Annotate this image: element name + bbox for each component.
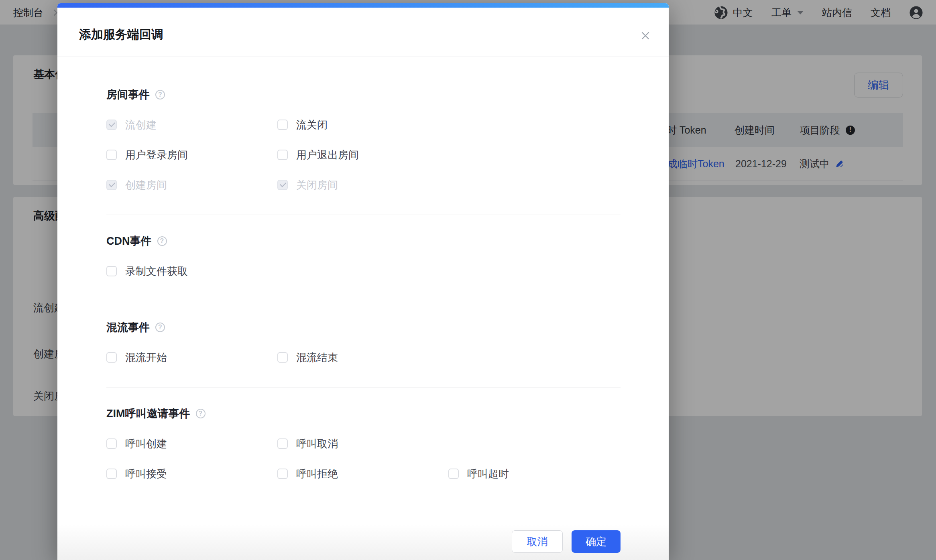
- checkbox-row: 录制文件获取: [106, 263, 621, 279]
- checkbox-row: 呼叫接受呼叫拒绝呼叫超时: [106, 466, 621, 482]
- checkbox-item: 用户退出房间: [277, 147, 448, 163]
- checkbox-label[interactable]: 呼叫拒绝: [296, 467, 338, 481]
- callback-section: CDN事件?录制文件获取: [106, 215, 621, 301]
- checkbox-unchecked[interactable]: [448, 469, 459, 479]
- section-title-label: 混流事件: [106, 320, 150, 335]
- checkbox-label[interactable]: 呼叫接受: [125, 467, 167, 481]
- callback-section: 房间事件?流创建流关闭用户登录房间用户退出房间创建房间关闭房间: [106, 57, 621, 215]
- checkbox-unchecked[interactable]: [277, 120, 288, 130]
- checkbox-item: 混流开始: [106, 349, 277, 365]
- checkbox-unchecked[interactable]: [277, 438, 288, 449]
- checkbox-item: 呼叫创建: [106, 436, 277, 452]
- close-icon[interactable]: [638, 28, 653, 43]
- checkbox-label[interactable]: 呼叫超时: [467, 467, 509, 481]
- checkbox-label[interactable]: 关闭房间: [296, 178, 338, 192]
- checkbox-item: 呼叫取消: [277, 436, 448, 452]
- checkbox-label[interactable]: 用户退出房间: [296, 148, 359, 162]
- add-server-callback-modal: 添加服务端回调 房间事件?流创建流关闭用户登录房间用户退出房间创建房间关闭房间C…: [57, 3, 669, 560]
- section-title: ZIM呼叫邀请事件?: [106, 406, 621, 422]
- section-title: 房间事件?: [106, 87, 621, 103]
- help-icon[interactable]: ?: [155, 323, 165, 332]
- checkbox-row: 混流开始混流结束: [106, 349, 621, 365]
- section-title-label: ZIM呼叫邀请事件: [106, 406, 190, 421]
- checkbox-row: 呼叫创建呼叫取消: [106, 436, 621, 452]
- checkbox-item: 呼叫超时: [448, 466, 619, 482]
- checkbox-row: 用户登录房间用户退出房间: [106, 147, 621, 163]
- checkbox-unchecked[interactable]: [106, 266, 117, 276]
- checkbox-label[interactable]: 呼叫创建: [125, 437, 167, 451]
- checkbox-unchecked[interactable]: [106, 438, 117, 449]
- callback-section: ZIM呼叫邀请事件?呼叫创建呼叫取消呼叫接受呼叫拒绝呼叫超时: [106, 388, 621, 503]
- checkbox-unchecked[interactable]: [277, 469, 288, 479]
- help-icon[interactable]: ?: [196, 409, 206, 418]
- confirm-button[interactable]: 确定: [572, 530, 621, 553]
- checkbox-item: 关闭房间: [277, 177, 448, 193]
- checkbox-checked-disabled[interactable]: [277, 180, 288, 190]
- help-icon[interactable]: ?: [155, 90, 165, 99]
- checkbox-unchecked[interactable]: [106, 150, 117, 160]
- checkbox-item: 呼叫拒绝: [277, 466, 448, 482]
- checkbox-item: 混流结束: [277, 349, 448, 365]
- checkbox-unchecked[interactable]: [277, 150, 288, 160]
- section-title-label: CDN事件: [106, 234, 152, 248]
- checkbox-item: 用户登录房间: [106, 147, 277, 163]
- section-title-label: 房间事件: [106, 87, 150, 102]
- checkbox-item: 创建房间: [106, 177, 277, 193]
- checkbox-checked-disabled[interactable]: [106, 180, 117, 190]
- checkbox-label[interactable]: 流创建: [125, 118, 157, 132]
- checkbox-label[interactable]: 用户登录房间: [125, 148, 188, 162]
- checkbox-unchecked[interactable]: [106, 469, 117, 479]
- checkbox-item: 流关闭: [277, 117, 448, 133]
- checkbox-label[interactable]: 录制文件获取: [125, 264, 188, 278]
- cancel-button[interactable]: 取消: [512, 530, 563, 553]
- checkbox-label[interactable]: 混流结束: [296, 351, 338, 365]
- callback-section: 混流事件?混流开始混流结束: [106, 301, 621, 388]
- checkbox-unchecked[interactable]: [106, 352, 117, 363]
- checkbox-checked-disabled[interactable]: [106, 120, 117, 130]
- modal-body: 房间事件?流创建流关闭用户登录房间用户退出房间创建房间关闭房间CDN事件?录制文…: [106, 57, 621, 503]
- checkbox-row: 流创建流关闭: [106, 117, 621, 133]
- checkbox-unchecked[interactable]: [277, 352, 288, 363]
- checkbox-item: 录制文件获取: [106, 263, 277, 279]
- checkbox-label[interactable]: 呼叫取消: [296, 437, 338, 451]
- modal-top-gradient: [57, 3, 669, 8]
- checkbox-row: 创建房间关闭房间: [106, 177, 621, 193]
- checkbox-item: 流创建: [106, 117, 277, 133]
- modal-footer: 取消 确定: [57, 530, 669, 553]
- checkbox-label[interactable]: 混流开始: [125, 351, 167, 365]
- modal-title: 添加服务端回调: [79, 26, 163, 43]
- section-title: CDN事件?: [106, 233, 621, 249]
- checkbox-item: 呼叫接受: [106, 466, 277, 482]
- help-icon[interactable]: ?: [157, 236, 167, 246]
- checkbox-label[interactable]: 创建房间: [125, 178, 167, 192]
- section-title: 混流事件?: [106, 319, 621, 335]
- checkbox-label[interactable]: 流关闭: [296, 118, 328, 132]
